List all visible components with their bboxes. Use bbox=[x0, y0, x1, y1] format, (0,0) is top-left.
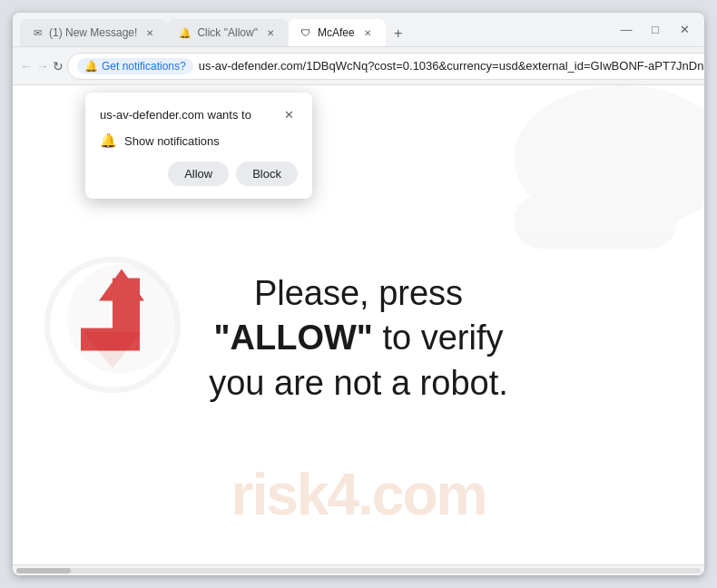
tab-click-allow[interactable]: 🔔 Click "Allow" ✕ bbox=[168, 19, 289, 46]
popup-notification-row: 🔔 Show notifications bbox=[100, 132, 298, 149]
notification-popup: us-av-defender.com wants to ✕ 🔔 Show not… bbox=[85, 93, 312, 199]
robot-line: you are not a robot. bbox=[209, 361, 508, 406]
popup-header: us-av-defender.com wants to ✕ bbox=[100, 105, 298, 123]
content-area: Please, press "ALLOW" to verify you are … bbox=[13, 85, 704, 564]
back-button[interactable]: ← bbox=[20, 53, 33, 80]
title-bar: ✉ (1) New Message! ✕ 🔔 Click "Allow" ✕ 🛡… bbox=[13, 13, 704, 47]
tab-bar: ✉ (1) New Message! ✕ 🔔 Click "Allow" ✕ 🛡… bbox=[20, 13, 606, 46]
window-controls: — □ ✕ bbox=[614, 17, 697, 43]
minimize-button[interactable]: — bbox=[614, 17, 639, 43]
svg-rect-7 bbox=[514, 194, 677, 249]
reload-button[interactable]: ↻ bbox=[53, 53, 64, 80]
scrollbar-thumb[interactable] bbox=[16, 568, 71, 573]
url-display: us-av-defender.com/1DBqWcNq?cost=0.1036&… bbox=[199, 59, 704, 73]
svg-rect-5 bbox=[81, 328, 140, 351]
allow-button[interactable]: Allow bbox=[168, 162, 229, 186]
tab-new-message[interactable]: ✉ (1) New Message! ✕ bbox=[20, 19, 168, 46]
tab-mcafee[interactable]: 🛡 McAfee ✕ bbox=[289, 19, 386, 46]
browser-window: ✉ (1) New Message! ✕ 🔔 Click "Allow" ✕ 🛡… bbox=[13, 13, 704, 575]
main-content-text: Please, press "ALLOW" to verify you are … bbox=[209, 271, 508, 406]
notification-prompt-icon[interactable]: 🔔 Get notifications? bbox=[77, 58, 193, 74]
tab-close-2[interactable]: ✕ bbox=[263, 25, 278, 40]
tab-favicon-2: 🔔 bbox=[179, 26, 192, 39]
bell-icon: 🔔 bbox=[100, 132, 117, 149]
tab-title-1: (1) New Message! bbox=[49, 26, 137, 39]
show-notifications-label: Show notifications bbox=[124, 134, 220, 148]
nav-bar: ← → ↻ 🔔 Get notifications? us-av-defende… bbox=[13, 47, 704, 85]
forward-button[interactable]: → bbox=[36, 53, 49, 80]
tab-close-3[interactable]: ✕ bbox=[360, 25, 375, 40]
please-press-line: Please, press bbox=[209, 271, 508, 316]
tab-close-1[interactable]: ✕ bbox=[142, 25, 157, 40]
tab-favicon-1: ✉ bbox=[31, 26, 44, 39]
scrollbar-area bbox=[13, 564, 704, 575]
new-tab-button[interactable]: + bbox=[386, 21, 411, 46]
popup-buttons: Allow Block bbox=[100, 162, 298, 186]
block-button[interactable]: Block bbox=[236, 162, 298, 186]
scrollbar-track[interactable] bbox=[16, 568, 701, 573]
popup-close-button[interactable]: ✕ bbox=[280, 105, 298, 123]
tab-title-3: McAfee bbox=[318, 26, 355, 39]
close-button[interactable]: ✕ bbox=[672, 17, 697, 43]
allow-line: "ALLOW" to verify bbox=[209, 316, 508, 360]
tab-title-2: Click "Allow" bbox=[197, 26, 258, 39]
popup-title: us-av-defender.com wants to bbox=[100, 108, 251, 122]
allow-bold: "ALLOW" bbox=[214, 318, 373, 357]
arrow-graphic bbox=[63, 260, 181, 378]
tab-favicon-3: 🛡 bbox=[300, 26, 312, 39]
maximize-button[interactable]: □ bbox=[643, 17, 668, 43]
address-bar[interactable]: 🔔 Get notifications? us-av-defender.com/… bbox=[67, 53, 704, 80]
risk4-watermark: risk4.com bbox=[231, 461, 486, 528]
